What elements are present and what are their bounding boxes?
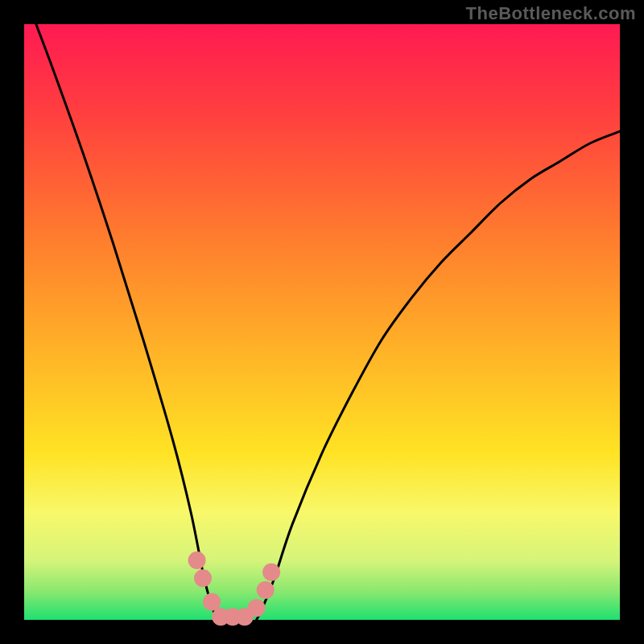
marker-point — [257, 581, 275, 599]
marker-point — [194, 569, 212, 587]
plot-background — [24, 24, 620, 620]
marker-point — [248, 599, 266, 617]
marker-point — [203, 593, 221, 611]
marker-point — [188, 551, 206, 569]
marker-point — [262, 564, 280, 581]
chart-frame: TheBottleneck.com — [0, 0, 644, 644]
watermark-text: TheBottleneck.com — [466, 3, 636, 24]
bottleneck-chart — [0, 0, 644, 644]
